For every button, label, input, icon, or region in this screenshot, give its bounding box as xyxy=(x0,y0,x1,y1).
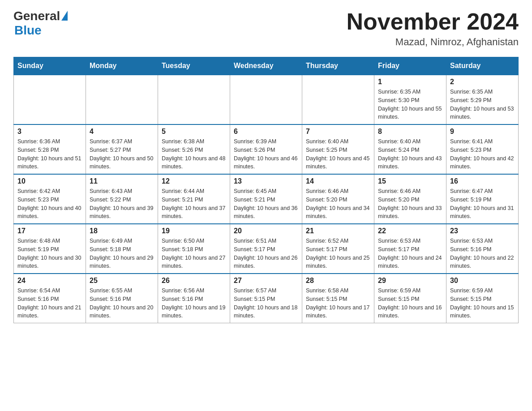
day-info: Sunrise: 6:53 AMSunset: 5:17 PMDaylight:… xyxy=(378,237,442,270)
calendar-cell: 19Sunrise: 6:50 AMSunset: 5:18 PMDayligh… xyxy=(158,224,230,274)
weekday-header-saturday: Saturday xyxy=(446,57,519,75)
calendar-cell: 21Sunrise: 6:52 AMSunset: 5:17 PMDayligh… xyxy=(302,224,374,274)
calendar-cell: 27Sunrise: 6:57 AMSunset: 5:15 PMDayligh… xyxy=(230,274,302,323)
day-number: 21 xyxy=(306,227,370,235)
calendar-cell: 11Sunrise: 6:43 AMSunset: 5:22 PMDayligh… xyxy=(86,174,158,224)
day-info: Sunrise: 6:40 AMSunset: 5:25 PMDaylight:… xyxy=(306,137,370,171)
calendar-cell: 25Sunrise: 6:55 AMSunset: 5:16 PMDayligh… xyxy=(86,274,158,323)
day-info: Sunrise: 6:42 AMSunset: 5:23 PMDaylight:… xyxy=(17,187,82,221)
day-number: 30 xyxy=(450,277,515,285)
day-number: 4 xyxy=(90,128,154,136)
day-number: 23 xyxy=(450,227,515,235)
calendar-cell: 7Sunrise: 6:40 AMSunset: 5:25 PMDaylight… xyxy=(302,124,374,174)
calendar-cell: 4Sunrise: 6:37 AMSunset: 5:27 PMDaylight… xyxy=(86,124,158,174)
calendar-cell: 22Sunrise: 6:53 AMSunset: 5:17 PMDayligh… xyxy=(374,224,446,274)
calendar-cell: 17Sunrise: 6:48 AMSunset: 5:19 PMDayligh… xyxy=(14,224,86,274)
day-number: 17 xyxy=(17,227,82,235)
day-number: 12 xyxy=(162,177,226,185)
day-info: Sunrise: 6:46 AMSunset: 5:20 PMDaylight:… xyxy=(378,187,442,221)
page-header: General Blue November 2024 Mazad, Nimroz… xyxy=(13,9,519,48)
calendar-cell xyxy=(158,75,230,124)
day-info: Sunrise: 6:49 AMSunset: 5:18 PMDaylight:… xyxy=(90,237,154,270)
weekday-header-friday: Friday xyxy=(374,57,446,75)
day-number: 26 xyxy=(162,277,226,285)
day-number: 20 xyxy=(234,227,298,235)
month-title: November 2024 xyxy=(347,9,519,34)
day-info: Sunrise: 6:54 AMSunset: 5:16 PMDaylight:… xyxy=(17,287,82,320)
day-info: Sunrise: 6:53 AMSunset: 5:16 PMDaylight:… xyxy=(450,237,515,270)
calendar-cell: 1Sunrise: 6:35 AMSunset: 5:30 PMDaylight… xyxy=(374,75,446,124)
calendar-cell: 2Sunrise: 6:35 AMSunset: 5:29 PMDaylight… xyxy=(446,75,519,124)
day-number: 16 xyxy=(450,177,515,185)
day-info: Sunrise: 6:51 AMSunset: 5:17 PMDaylight:… xyxy=(234,237,298,270)
calendar-cell: 12Sunrise: 6:44 AMSunset: 5:21 PMDayligh… xyxy=(158,174,230,224)
day-number: 22 xyxy=(378,227,442,235)
weekday-header-sunday: Sunday xyxy=(14,57,86,75)
day-number: 29 xyxy=(378,277,442,285)
day-number: 11 xyxy=(90,177,154,185)
day-info: Sunrise: 6:39 AMSunset: 5:26 PMDaylight:… xyxy=(234,137,298,171)
calendar-cell: 20Sunrise: 6:51 AMSunset: 5:17 PMDayligh… xyxy=(230,224,302,274)
day-info: Sunrise: 6:52 AMSunset: 5:17 PMDaylight:… xyxy=(306,237,370,270)
day-number: 7 xyxy=(306,128,370,136)
calendar-table: SundayMondayTuesdayWednesdayThursdayFrid… xyxy=(13,57,519,323)
day-number: 14 xyxy=(306,177,370,185)
logo-general-text: General xyxy=(13,9,60,23)
day-info: Sunrise: 6:36 AMSunset: 5:28 PMDaylight:… xyxy=(17,137,82,171)
day-number: 5 xyxy=(162,128,226,136)
day-number: 2 xyxy=(450,78,515,86)
day-number: 28 xyxy=(306,277,370,285)
day-info: Sunrise: 6:40 AMSunset: 5:24 PMDaylight:… xyxy=(378,137,442,171)
day-info: Sunrise: 6:45 AMSunset: 5:21 PMDaylight:… xyxy=(234,187,298,221)
day-number: 24 xyxy=(17,277,82,285)
calendar-header-row: SundayMondayTuesdayWednesdayThursdayFrid… xyxy=(14,57,519,75)
weekday-header-tuesday: Tuesday xyxy=(158,57,230,75)
day-number: 1 xyxy=(378,78,442,86)
week-row-4: 17Sunrise: 6:48 AMSunset: 5:19 PMDayligh… xyxy=(14,224,519,274)
week-row-3: 10Sunrise: 6:42 AMSunset: 5:23 PMDayligh… xyxy=(14,174,519,224)
weekday-header-wednesday: Wednesday xyxy=(230,57,302,75)
day-info: Sunrise: 6:56 AMSunset: 5:16 PMDaylight:… xyxy=(162,287,226,320)
title-section: November 2024 Mazad, Nimroz, Afghanistan xyxy=(347,9,519,48)
calendar-cell: 29Sunrise: 6:59 AMSunset: 5:15 PMDayligh… xyxy=(374,274,446,323)
logo-blue-text: Blue xyxy=(14,23,42,38)
day-info: Sunrise: 6:38 AMSunset: 5:26 PMDaylight:… xyxy=(162,137,226,171)
day-info: Sunrise: 6:59 AMSunset: 5:15 PMDaylight:… xyxy=(378,287,442,320)
logo-triangle-icon xyxy=(61,11,68,21)
day-info: Sunrise: 6:43 AMSunset: 5:22 PMDaylight:… xyxy=(90,187,154,221)
day-number: 19 xyxy=(162,227,226,235)
day-info: Sunrise: 6:41 AMSunset: 5:23 PMDaylight:… xyxy=(450,137,515,171)
logo: General Blue xyxy=(13,9,68,38)
day-info: Sunrise: 6:48 AMSunset: 5:19 PMDaylight:… xyxy=(17,237,82,270)
calendar-cell xyxy=(14,75,86,124)
calendar-cell xyxy=(230,75,302,124)
day-number: 9 xyxy=(450,128,515,136)
day-number: 15 xyxy=(378,177,442,185)
day-info: Sunrise: 6:44 AMSunset: 5:21 PMDaylight:… xyxy=(162,187,226,221)
calendar-cell: 18Sunrise: 6:49 AMSunset: 5:18 PMDayligh… xyxy=(86,224,158,274)
calendar-cell: 15Sunrise: 6:46 AMSunset: 5:20 PMDayligh… xyxy=(374,174,446,224)
calendar-cell: 23Sunrise: 6:53 AMSunset: 5:16 PMDayligh… xyxy=(446,224,519,274)
day-info: Sunrise: 6:35 AMSunset: 5:29 PMDaylight:… xyxy=(450,88,515,121)
calendar-cell: 26Sunrise: 6:56 AMSunset: 5:16 PMDayligh… xyxy=(158,274,230,323)
day-info: Sunrise: 6:37 AMSunset: 5:27 PMDaylight:… xyxy=(90,137,154,171)
calendar-cell: 16Sunrise: 6:47 AMSunset: 5:19 PMDayligh… xyxy=(446,174,519,224)
location-subtitle: Mazad, Nimroz, Afghanistan xyxy=(347,36,519,48)
weekday-header-monday: Monday xyxy=(86,57,158,75)
day-info: Sunrise: 6:57 AMSunset: 5:15 PMDaylight:… xyxy=(234,287,298,320)
calendar-cell: 9Sunrise: 6:41 AMSunset: 5:23 PMDaylight… xyxy=(446,124,519,174)
day-number: 13 xyxy=(234,177,298,185)
day-info: Sunrise: 6:59 AMSunset: 5:15 PMDaylight:… xyxy=(450,287,515,320)
calendar-cell: 30Sunrise: 6:59 AMSunset: 5:15 PMDayligh… xyxy=(446,274,519,323)
calendar-cell: 14Sunrise: 6:46 AMSunset: 5:20 PMDayligh… xyxy=(302,174,374,224)
day-info: Sunrise: 6:50 AMSunset: 5:18 PMDaylight:… xyxy=(162,237,226,270)
calendar-cell: 3Sunrise: 6:36 AMSunset: 5:28 PMDaylight… xyxy=(14,124,86,174)
day-info: Sunrise: 6:46 AMSunset: 5:20 PMDaylight:… xyxy=(306,187,370,221)
calendar-cell: 8Sunrise: 6:40 AMSunset: 5:24 PMDaylight… xyxy=(374,124,446,174)
day-number: 6 xyxy=(234,128,298,136)
week-row-5: 24Sunrise: 6:54 AMSunset: 5:16 PMDayligh… xyxy=(14,274,519,323)
day-info: Sunrise: 6:47 AMSunset: 5:19 PMDaylight:… xyxy=(450,187,515,221)
calendar-cell xyxy=(302,75,374,124)
day-number: 8 xyxy=(378,128,442,136)
calendar-cell xyxy=(86,75,158,124)
